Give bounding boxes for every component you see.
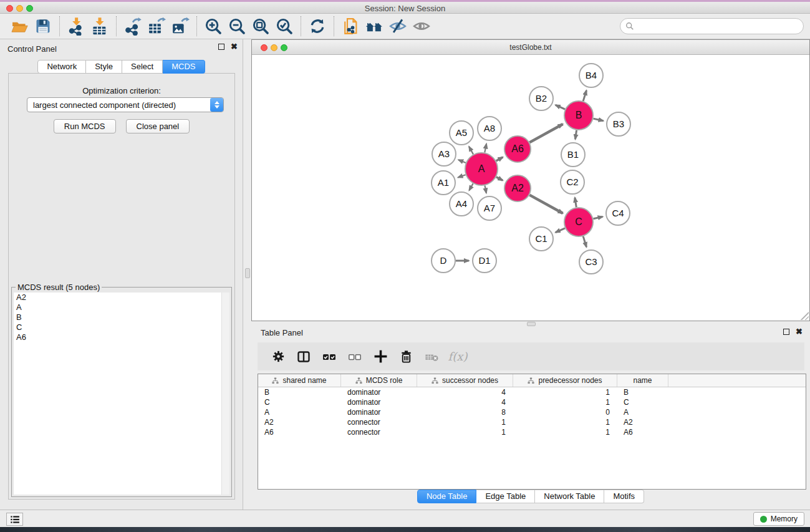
float-panel-icon[interactable]: [218, 44, 224, 50]
graph-node-A6[interactable]: A6: [504, 136, 531, 162]
graph-edge-A-A5[interactable]: [469, 147, 473, 155]
graph-node-A8[interactable]: A8: [478, 117, 501, 140]
refresh-layout-button[interactable]: [306, 16, 329, 37]
cell-mcds-role[interactable]: dominator: [341, 387, 417, 397]
close-table-panel-icon[interactable]: ✖: [796, 329, 803, 335]
graph-node-A7[interactable]: A7: [478, 196, 501, 220]
cell-shared-name[interactable]: C: [258, 397, 341, 407]
table-row[interactable]: A6connector11A6: [258, 427, 806, 437]
mcds-result-item[interactable]: A2: [14, 293, 229, 302]
graph-node-C4[interactable]: C4: [606, 201, 630, 225]
table-row[interactable]: A2connector11A2: [258, 417, 806, 427]
graph-edge-C-C3[interactable]: [583, 236, 586, 247]
export-network-button[interactable]: [121, 16, 145, 37]
select-all-button[interactable]: [319, 346, 340, 367]
split-column-button[interactable]: [293, 346, 314, 367]
tab-mcds[interactable]: MCDS: [163, 60, 205, 74]
tab-network-table[interactable]: Network Table: [535, 490, 604, 503]
deselect-all-button[interactable]: [344, 346, 365, 367]
column-header-successor-nodes[interactable]: successor nodes: [417, 374, 513, 387]
run-mcds-button[interactable]: Run MCDS: [54, 119, 116, 133]
graph-node-B[interactable]: B: [564, 101, 593, 130]
tab-edge-table[interactable]: Edge Table: [476, 490, 535, 503]
cell-mcds-role[interactable]: connector: [341, 417, 417, 427]
network-graph[interactable]: ABCA6A2A1A3A4A5A7A8B1B2B3B4C1C2C3C4DD1: [252, 55, 809, 321]
table-row[interactable]: Adominator80A: [258, 407, 806, 417]
open-session-button[interactable]: [7, 16, 31, 37]
float-table-panel-icon[interactable]: [783, 329, 789, 335]
mcds-result-item[interactable]: B: [14, 312, 229, 322]
graph-edge-A-A4[interactable]: [469, 183, 473, 190]
vertical-splitter-grip[interactable]: [245, 268, 250, 278]
duplicate-network-button[interactable]: [339, 16, 362, 37]
tab-node-table[interactable]: Node Table: [417, 490, 477, 503]
home-button[interactable]: [362, 16, 386, 37]
import-table-button[interactable]: [88, 16, 112, 37]
graph-node-D1[interactable]: D1: [473, 249, 496, 273]
tab-network[interactable]: Network: [37, 60, 86, 74]
graph-node-B4[interactable]: B4: [579, 64, 603, 87]
zoom-fit-button[interactable]: [249, 16, 272, 37]
graph-node-B2[interactable]: B2: [529, 87, 553, 110]
export-image-button[interactable]: [168, 16, 192, 37]
cell-mcds-role[interactable]: dominator: [341, 407, 417, 417]
search-field[interactable]: [620, 18, 804, 34]
graph-edge-B-B2[interactable]: [556, 105, 565, 109]
graph-node-B3[interactable]: B3: [607, 112, 630, 136]
scrollbar-track[interactable]: [221, 293, 229, 495]
graph-node-B1[interactable]: B1: [561, 143, 585, 167]
zoom-out-button[interactable]: [225, 16, 249, 37]
delete-column-button[interactable]: [395, 346, 417, 367]
function-builder-button[interactable]: f(x): [446, 346, 468, 367]
graph-node-C3[interactable]: C3: [579, 250, 603, 274]
zoom-in-button[interactable]: [201, 16, 225, 37]
graph-node-A3[interactable]: A3: [432, 142, 456, 166]
import-network-button[interactable]: [64, 16, 88, 37]
graph-edge-B-B4[interactable]: [583, 90, 586, 101]
task-history-button[interactable]: [6, 513, 23, 526]
graph-node-A1[interactable]: A1: [432, 171, 455, 195]
add-column-button[interactable]: [370, 346, 391, 367]
graph-edge-C-C2[interactable]: [575, 198, 576, 208]
cell-name[interactable]: A2: [617, 417, 668, 427]
memory-button[interactable]: Memory: [753, 512, 804, 526]
graph-edge-C-C1[interactable]: [556, 228, 565, 233]
mcds-result-item[interactable]: C: [14, 322, 229, 332]
column-header-predecessor-nodes[interactable]: predecessor nodes: [513, 374, 617, 387]
cell-shared-name[interactable]: B: [258, 387, 341, 397]
cell-shared-name[interactable]: A: [258, 407, 341, 417]
graph-edge-A-A8[interactable]: [485, 144, 486, 153]
cell-shared-name[interactable]: A2: [258, 417, 341, 427]
search-input[interactable]: [637, 22, 803, 31]
graph-edge-B-B3[interactable]: [593, 118, 603, 121]
save-session-button[interactable]: [31, 16, 55, 37]
graph-node-C1[interactable]: C1: [529, 227, 553, 251]
graph-node-A5[interactable]: A5: [450, 121, 473, 145]
graph-edge-B-B1[interactable]: [576, 130, 577, 140]
cell-name[interactable]: A: [617, 407, 668, 417]
graph-edge-A-A2[interactable]: [496, 177, 503, 181]
cell-predecessor-nodes[interactable]: 1: [513, 397, 617, 407]
graph-edge-C-C4[interactable]: [593, 216, 602, 218]
graph-node-C[interactable]: C: [564, 208, 593, 236]
column-header-name[interactable]: name: [617, 374, 668, 387]
graph-node-D[interactable]: D: [432, 249, 455, 273]
cell-successor-nodes[interactable]: 8: [417, 407, 513, 417]
graph-edge-A-A6[interactable]: [496, 157, 503, 161]
optimization-select[interactable]: largest connected component (directed): [27, 97, 224, 112]
column-header-mcds-role[interactable]: MCDS role: [341, 374, 417, 387]
cell-predecessor-nodes[interactable]: 1: [513, 427, 617, 437]
tab-motifs[interactable]: Motifs: [604, 490, 644, 503]
cell-successor-nodes[interactable]: 4: [417, 397, 513, 407]
cell-name[interactable]: C: [617, 397, 668, 407]
graph-edge-A-A3[interactable]: [458, 160, 466, 163]
graph-node-C2[interactable]: C2: [561, 170, 584, 194]
graph-node-A4[interactable]: A4: [450, 192, 473, 216]
graph-node-A2[interactable]: A2: [504, 175, 531, 201]
show-all-button[interactable]: [410, 16, 433, 37]
graph-node-A[interactable]: A: [465, 153, 498, 185]
cell-name[interactable]: B: [617, 387, 668, 397]
tab-select[interactable]: Select: [122, 60, 163, 74]
zoom-selected-button[interactable]: [272, 16, 296, 37]
mcds-result-item[interactable]: A: [14, 302, 229, 312]
